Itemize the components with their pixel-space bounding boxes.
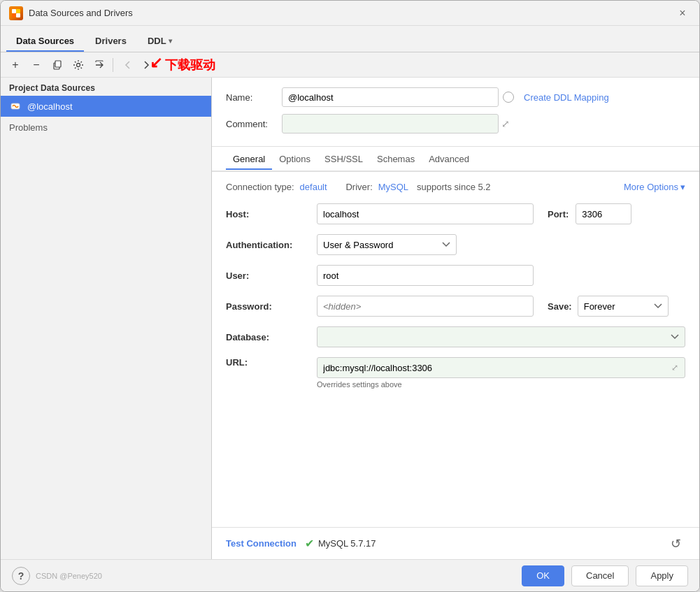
name-radio[interactable] — [503, 92, 514, 103]
svg-rect-3 — [16, 13, 20, 17]
inner-tab-advanced[interactable]: Advanced — [422, 150, 476, 170]
name-input[interactable] — [282, 87, 499, 107]
auth-select[interactable]: User & Password No auth PgPass OpenSSH t… — [317, 234, 457, 255]
comment-row: Comment: ⤢ — [226, 114, 685, 133]
password-label: Password: — [226, 301, 317, 312]
name-comment-form: Name: Create DDL Mapping Comment: ⤢ — [212, 78, 699, 147]
download-driver-annotation: 下载驱动 — [165, 57, 215, 73]
test-checkmark-icon: ✔ — [305, 537, 314, 550]
test-result-text: MySQL 5.7.17 — [318, 538, 376, 549]
back-button[interactable] — [119, 56, 137, 74]
copy-button[interactable] — [48, 56, 66, 74]
save-select[interactable]: Forever For session Never — [578, 296, 669, 317]
toolbar-separator — [113, 58, 113, 72]
driver-label: Driver: — [345, 182, 372, 192]
save-section: Save: Forever For session Never — [548, 296, 669, 317]
more-options-button[interactable]: More Options ▾ — [624, 182, 685, 192]
test-result: ✔ MySQL 5.7.17 — [305, 537, 376, 550]
url-expand-button[interactable]: ⤢ — [669, 361, 681, 374]
main-content: Project Data Sources @localhost Problems — [1, 78, 699, 559]
inner-tab-general[interactable]: General — [226, 150, 272, 170]
datasource-name: @localhost — [27, 101, 73, 112]
mysql-icon — [9, 100, 22, 113]
port-label: Port: — [548, 209, 569, 219]
name-label: Name: — [226, 92, 282, 103]
port-input[interactable] — [576, 203, 631, 224]
footer: ? CSDN @Peney520 OK Cancel Apply — [1, 559, 699, 591]
comment-expand-btn[interactable]: ⤢ — [501, 118, 510, 129]
ddl-dropdown-icon: ▾ — [169, 37, 172, 45]
url-wrap: ⤢ Overrides settings above — [317, 357, 685, 389]
download-arrow: ↙ — [150, 54, 162, 72]
conn-info-row: Connection type: default Driver: MySQL s… — [226, 182, 685, 192]
open-button[interactable] — [90, 56, 108, 74]
user-label: User: — [226, 270, 317, 281]
name-row: Name: Create DDL Mapping — [226, 87, 685, 107]
inner-tab-schemas[interactable]: Schemas — [370, 150, 422, 170]
toolbar: + − — [1, 52, 699, 78]
conn-type-label: Connection type: — [226, 182, 294, 192]
cancel-button[interactable]: Cancel — [571, 565, 629, 586]
port-section: Port: — [548, 203, 631, 224]
test-connection-button[interactable]: Test Connection — [226, 538, 297, 549]
svg-rect-1 — [16, 9, 20, 13]
url-note: Overrides settings above — [317, 380, 685, 389]
user-row: User: — [226, 265, 685, 286]
close-button[interactable]: × — [674, 5, 691, 22]
auth-row: Authentication: User & Password No auth … — [226, 234, 685, 255]
svg-point-6 — [77, 63, 80, 66]
host-input[interactable] — [317, 203, 534, 224]
driver-value[interactable]: MySQL — [378, 182, 408, 192]
left-panel: Project Data Sources @localhost Problems — [1, 78, 212, 559]
add-button[interactable]: + — [6, 56, 24, 74]
inner-tabbar: General Options SSH/SSL Schemas Advanced — [212, 147, 699, 172]
problems-section: Problems — [1, 117, 211, 138]
project-data-sources-header: Project Data Sources — [1, 78, 211, 96]
comment-label: Comment: — [226, 119, 282, 129]
tab-ddl[interactable]: DDL ▾ — [138, 31, 182, 52]
auth-label: Authentication: — [226, 240, 317, 250]
conn-type-value[interactable]: default — [300, 182, 327, 192]
password-input[interactable] — [317, 296, 534, 317]
inner-tab-sshssl[interactable]: SSH/SSL — [317, 150, 370, 170]
general-content: Connection type: default Driver: MySQL s… — [212, 172, 699, 527]
refresh-button[interactable]: ↺ — [666, 534, 685, 554]
database-select[interactable] — [317, 326, 685, 347]
datasource-localhost[interactable]: @localhost — [1, 96, 211, 117]
help-button[interactable]: ? — [12, 567, 30, 585]
svg-rect-5 — [55, 61, 61, 67]
settings-button[interactable] — [69, 56, 87, 74]
remove-button[interactable]: − — [27, 56, 45, 74]
user-input[interactable] — [317, 265, 534, 286]
titlebar: Data Sources and Drivers × — [1, 1, 699, 26]
host-row: Host: Port: — [226, 203, 685, 224]
url-label: URL: — [226, 357, 317, 368]
svg-rect-0 — [12, 9, 16, 13]
database-row: Database: — [226, 326, 685, 347]
watermark: CSDN @Peney520 — [36, 572, 102, 580]
window-title: Data Sources and Drivers — [29, 8, 674, 18]
save-label: Save: — [548, 301, 572, 312]
bottom-bar: Test Connection ✔ MySQL 5.7.17 ↺ — [212, 527, 699, 559]
apply-button[interactable]: Apply — [636, 565, 688, 586]
main-window: Data Sources and Drivers × Data Sources … — [0, 0, 700, 592]
ok-button[interactable]: OK — [522, 565, 564, 586]
right-panel: Name: Create DDL Mapping Comment: ⤢ Gene… — [212, 78, 699, 559]
driver-extra: supports since 5.2 — [417, 182, 491, 192]
main-tabbar: Data Sources Drivers DDL ▾ — [1, 26, 699, 52]
footer-buttons: OK Cancel Apply — [522, 565, 688, 586]
database-label: Database: — [226, 332, 317, 342]
bottom-right: ↺ — [666, 534, 685, 554]
create-ddl-link[interactable]: Create DDL Mapping — [524, 92, 609, 103]
inner-tab-options[interactable]: Options — [272, 150, 317, 170]
svg-rect-2 — [12, 13, 16, 17]
password-row: Password: Save: Forever For session Neve… — [226, 296, 685, 317]
host-label: Host: — [226, 209, 317, 219]
url-row: URL: ⤢ Overrides settings above — [226, 357, 685, 389]
app-icon — [9, 6, 23, 20]
tab-drivers[interactable]: Drivers — [85, 31, 136, 52]
comment-input[interactable] — [282, 114, 499, 133]
url-input[interactable] — [317, 357, 685, 378]
tab-data-sources[interactable]: Data Sources — [6, 31, 84, 52]
